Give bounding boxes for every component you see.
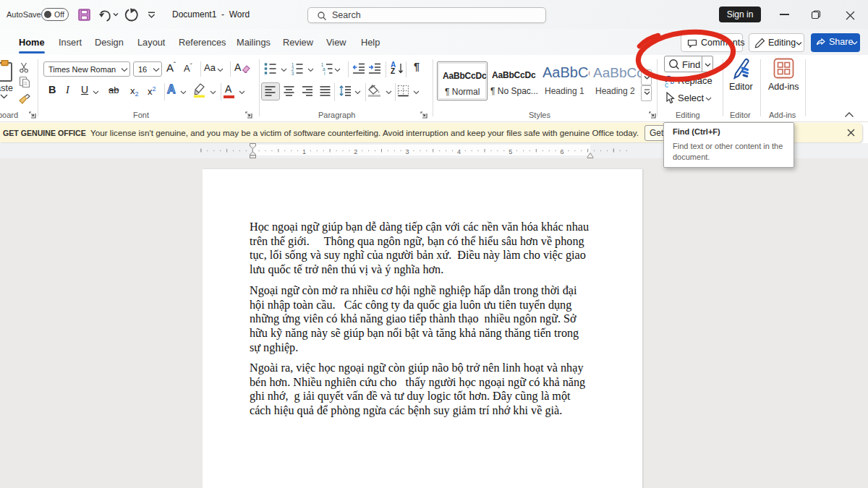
svg-text:c: c	[665, 81, 668, 89]
svg-text:1: 1	[302, 148, 306, 155]
svg-text:6: 6	[560, 148, 563, 155]
svg-text:2: 2	[354, 148, 357, 155]
svg-text:3: 3	[292, 71, 294, 75]
svg-text:i: i	[324, 71, 325, 75]
svg-text:4: 4	[457, 148, 461, 155]
svg-text:5: 5	[509, 148, 512, 155]
svg-text:b: b	[671, 77, 675, 85]
svg-text:3: 3	[406, 148, 409, 155]
